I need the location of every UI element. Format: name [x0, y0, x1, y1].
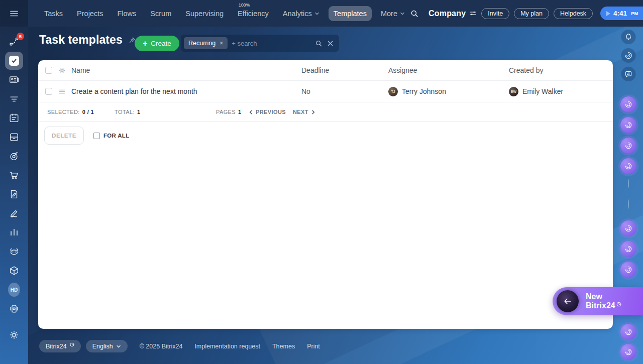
- remove-chip-icon[interactable]: ×: [220, 40, 223, 47]
- nav-efficiency[interactable]: 100% Efficiency: [233, 6, 274, 21]
- copilot-shortcut-icon[interactable]: [620, 262, 636, 278]
- device-icon[interactable]: [8, 303, 20, 315]
- company-selector[interactable]: Company: [428, 9, 477, 18]
- copilot-shortcut-icon[interactable]: [620, 117, 636, 133]
- flows-icon[interactable]: 5: [8, 36, 20, 48]
- app-window: Tasks Projects Flows Scrum Supervising 1…: [0, 0, 643, 364]
- nav-more[interactable]: More: [376, 6, 410, 21]
- column-header-assignee[interactable]: Assignee: [388, 66, 509, 74]
- recent-contact-avatar[interactable]: [628, 200, 629, 209]
- nav-tasks[interactable]: Tasks: [39, 6, 68, 21]
- nav-analytics[interactable]: Analytics: [278, 6, 325, 21]
- bitrix24-brand-button[interactable]: Bitrix24: [39, 340, 81, 352]
- pagination-bar: SELECTED: 0 / 1 TOTAL: 1 PAGES 1 PREVIOU…: [38, 102, 613, 122]
- nav-scrum[interactable]: Scrum: [145, 6, 176, 21]
- select-all-checkbox[interactable]: [45, 67, 52, 74]
- messenger-icon[interactable]: [621, 67, 636, 81]
- total-label: TOTAL:: [115, 109, 135, 115]
- drive-icon[interactable]: [8, 131, 20, 143]
- search-icon[interactable]: [410, 9, 419, 18]
- clear-search-icon[interactable]: [327, 40, 334, 47]
- plus-icon: +: [143, 40, 147, 48]
- created-by-cell[interactable]: EW Emily Walker: [509, 87, 613, 96]
- chevron-down-icon: [314, 11, 319, 16]
- column-settings-gear-icon[interactable]: [58, 67, 66, 74]
- clock-icon: [70, 342, 74, 347]
- hd-video-badge[interactable]: HD: [8, 284, 20, 296]
- table-row[interactable]: Create a content plan for the next month…: [38, 81, 613, 102]
- recent-contact-avatar[interactable]: [628, 179, 629, 188]
- time-tracker-button[interactable]: 4:41 PM: [600, 7, 643, 20]
- settings-gear-icon[interactable]: [8, 329, 20, 341]
- search-icon[interactable]: [315, 40, 323, 47]
- new-bitrix24-banner[interactable]: New Bitrix24: [553, 287, 643, 315]
- calendar-icon[interactable]: [8, 112, 20, 124]
- bi-chart-icon[interactable]: [8, 226, 20, 238]
- search-input[interactable]: [228, 40, 315, 47]
- copyright-text: © 2025 Bitrix24: [140, 343, 183, 350]
- play-icon: [606, 11, 610, 16]
- filter-search-bar[interactable]: Recurring ×: [181, 35, 339, 52]
- nav-templates[interactable]: Templates: [329, 6, 372, 21]
- assignee-cell[interactable]: TJ Terry Johnson: [388, 87, 509, 96]
- column-header-name[interactable]: Name: [71, 66, 301, 74]
- for-all-toggle[interactable]: FOR ALL: [93, 133, 130, 139]
- arrow-left-icon[interactable]: [557, 290, 579, 312]
- chevron-right-icon: [311, 110, 315, 114]
- copilot-shortcut-icon[interactable]: [620, 324, 636, 340]
- copilot-shortcut-icon[interactable]: [620, 138, 636, 154]
- next-page-button[interactable]: NEXT: [293, 102, 315, 122]
- language-selector[interactable]: English: [86, 340, 128, 352]
- notifications-bell-icon[interactable]: [621, 30, 636, 44]
- nav-flows[interactable]: Flows: [112, 6, 141, 21]
- sign-doc-icon[interactable]: [8, 188, 20, 200]
- feed-icon[interactable]: [8, 93, 20, 105]
- print-link[interactable]: Print: [307, 343, 320, 350]
- chevron-down-icon: [116, 344, 121, 349]
- selected-label: SELECTED:: [47, 109, 80, 115]
- nav-supervising[interactable]: Supervising: [180, 6, 229, 21]
- tasks-icon[interactable]: [5, 52, 23, 70]
- copilot-shortcut-icon[interactable]: [620, 344, 636, 360]
- copilot-shortcut-icon[interactable]: [620, 158, 636, 174]
- copilot-shortcut-icon[interactable]: [620, 220, 636, 236]
- market-box-icon[interactable]: [8, 265, 20, 277]
- page-footer: Bitrix24 English © 2025 Bitrix24 Impleme…: [39, 340, 320, 352]
- template-name-cell[interactable]: Create a content plan for the next month: [71, 87, 301, 95]
- efficiency-percent-badge: 100%: [239, 3, 250, 8]
- previous-page-button[interactable]: PREVIOUS: [249, 102, 286, 122]
- filter-chip-recurring[interactable]: Recurring ×: [184, 37, 228, 49]
- copilot-icon[interactable]: [621, 48, 636, 63]
- copilot-shortcut-icon[interactable]: [620, 96, 636, 112]
- marketing-icon[interactable]: [8, 150, 20, 162]
- ai-robot-icon[interactable]: [8, 246, 20, 258]
- clock-icon: [616, 302, 621, 307]
- page-title: Task templates: [39, 33, 123, 47]
- copilot-shortcut-icon[interactable]: [620, 241, 636, 257]
- left-sidebar-rail: 5: [5, 27, 23, 341]
- implementation-request-link[interactable]: Implementation request: [194, 343, 260, 350]
- hamburger-menu-icon[interactable]: [0, 0, 28, 27]
- themes-link[interactable]: Themes: [272, 343, 295, 350]
- helpdesk-button[interactable]: Helpdesk: [554, 8, 593, 19]
- e-sign-icon[interactable]: [8, 207, 20, 219]
- creator-avatar: EW: [509, 87, 518, 96]
- crm-card-icon[interactable]: [8, 74, 20, 86]
- page-header: Task templates: [39, 33, 136, 47]
- row-menu-icon[interactable]: [58, 88, 66, 95]
- shop-cart-icon[interactable]: [8, 169, 20, 181]
- main-nav: Tasks Projects Flows Scrum Supervising 1…: [28, 6, 410, 21]
- total-value: 1: [137, 109, 141, 115]
- chevron-left-icon: [249, 110, 253, 114]
- create-button[interactable]: + Create: [135, 36, 179, 51]
- my-plan-button[interactable]: My plan: [514, 8, 549, 19]
- nav-projects[interactable]: Projects: [72, 6, 108, 21]
- column-header-deadline[interactable]: Deadline: [301, 66, 388, 74]
- invite-button[interactable]: Invite: [481, 8, 509, 19]
- for-all-checkbox[interactable]: [93, 133, 100, 139]
- delete-button[interactable]: DELETE: [44, 127, 84, 145]
- chevron-down-icon: [400, 11, 405, 16]
- banner-line1: New: [586, 292, 602, 301]
- row-checkbox[interactable]: [45, 88, 52, 95]
- column-header-created-by[interactable]: Created by: [509, 66, 613, 74]
